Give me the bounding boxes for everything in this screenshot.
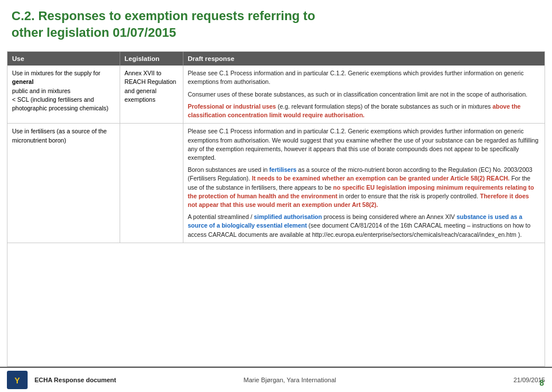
use-text-fertilisers: Use in fertilisers (as a source of the m…	[12, 128, 107, 143]
draft-p3-2-bold1: simplified authorisation	[254, 213, 321, 220]
use-bold-general: general	[12, 78, 33, 85]
draft-cell-2: Please see C.1 Process information and i…	[183, 124, 545, 243]
table-row: Use in fertilisers (as a source of the m…	[7, 124, 545, 243]
footer: Y ECHA Response document Marie Bjørgan, …	[0, 367, 552, 392]
header-legislation: Legislation	[120, 52, 183, 66]
svg-text:Y: Y	[14, 376, 20, 385]
legislation-cell-2	[120, 124, 183, 243]
draft-p2-2: Boron substances are used in fertilisers…	[188, 166, 540, 209]
footer-date: 21/09/2015	[417, 376, 545, 383]
draft-p2-2-cont2: in order to ensure that the risk is prop…	[338, 193, 480, 199]
header-section: C.2. Responses to exemption requests ref…	[0, 0, 552, 51]
draft-p3-2-prefix: A potential streamlined /	[188, 213, 254, 220]
draft-cell-1: Please see C.1 Process information and i…	[183, 66, 545, 124]
draft-p3-1: Professional or industrial uses (e.g. re…	[188, 102, 540, 120]
use-cell-1: Use in mixtures for the supply for gener…	[7, 66, 120, 124]
draft-p2-2-prefix: Boron substances are used in	[188, 166, 270, 173]
footer-doc-name: ECHA Response document	[34, 376, 162, 383]
footer-logo-icon: Y	[7, 371, 28, 389]
use-text-prefix: Use in mixtures for the supply for	[12, 70, 100, 76]
table-row: Use in mixtures for the supply for gener…	[7, 66, 545, 124]
draft-p1-1: Please see C.1 Process information and i…	[188, 69, 540, 86]
main-table: Use Legislation Draft response Use in mi…	[7, 52, 545, 243]
footer-center-text: Marie Bjørgan, Yara International	[162, 376, 417, 383]
footer-page-number: 8	[539, 378, 544, 387]
draft-p1-1-text: Please see C.1 Process information and i…	[188, 70, 524, 85]
page-wrapper: C.2. Responses to exemption requests ref…	[0, 0, 552, 392]
draft-p2-1-text: Consumer uses of these borate substances…	[188, 91, 528, 98]
table-container: Use Legislation Draft response Use in mi…	[7, 51, 545, 367]
draft-p2-1: Consumer uses of these borate substances…	[188, 90, 540, 99]
draft-p3-2: A potential streamlined / simplified aut…	[188, 213, 540, 239]
header-draft: Draft response	[183, 52, 545, 66]
use-text-public: public and in mixtures	[12, 87, 71, 94]
use-cell-2: Use in fertilisers (as a source of the m…	[7, 124, 120, 243]
draft-p3-1-mid: (e.g. relevant formulation steps) of the…	[276, 103, 492, 110]
draft-p2-2-bold1: fertilisers	[269, 166, 296, 173]
page-title: C.2. Responses to exemption requests ref…	[12, 8, 540, 41]
title-line2: other legislation 01/07/2015	[12, 25, 176, 40]
draft-p2-2-bold2: It needs to be examined whether an exemp…	[250, 175, 509, 182]
draft-p1-2: Please see C.1 Process information and i…	[188, 127, 540, 162]
draft-p1-2-text: Please see C.1 Process information and i…	[188, 128, 539, 161]
use-text-scl: < SCL (including fertilisers and photogr…	[12, 96, 109, 112]
legislation-cell-1: Annex XVII to REACH Regulation and gener…	[120, 66, 183, 124]
title-line1: C.2. Responses to exemption requests ref…	[12, 9, 315, 23]
draft-p3-2-mid: process is being considered where an Ann…	[322, 213, 457, 220]
header-use: Use	[7, 52, 120, 66]
table-header-row: Use Legislation Draft response	[7, 52, 545, 66]
legislation-text-1: Annex XVII to REACH Regulation and gener…	[125, 70, 177, 103]
draft-p3-1-prefix: Professional or industrial uses	[188, 103, 276, 110]
